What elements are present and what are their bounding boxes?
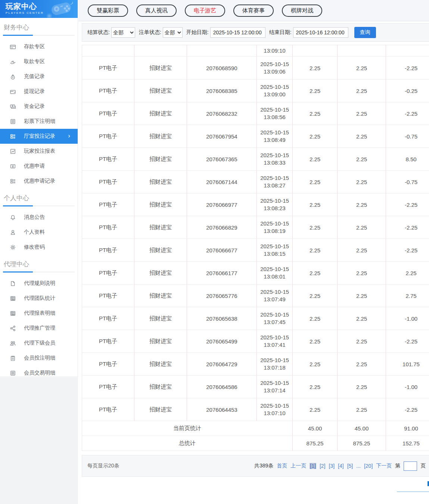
sidebar-item[interactable]: 个人资料 bbox=[0, 225, 78, 240]
order-cell: 2076064729 bbox=[187, 353, 257, 376]
tab-棋牌对战[interactable]: 棋牌对战 bbox=[282, 4, 322, 17]
sidebar-item-label: 代理规则说明 bbox=[24, 280, 55, 287]
sidebar-item-label: 厅室投注记录 bbox=[24, 133, 55, 140]
game-cell: 招财进宝 bbox=[134, 307, 187, 330]
prev-page-link[interactable]: 上一页 bbox=[290, 463, 306, 469]
promo-record-list-icon bbox=[9, 178, 16, 184]
end-date-input[interactable] bbox=[293, 27, 348, 38]
sidebar-item-label: 代理报表明细 bbox=[24, 310, 55, 317]
table-row: PT电子招财进宝20760671442025-10-1513:08:272.25… bbox=[82, 171, 429, 193]
sidebar-item[interactable]: 优惠申请 bbox=[0, 159, 78, 174]
floating-widget-fragment-chip bbox=[428, 481, 429, 486]
game-cell: 招财进宝 bbox=[134, 330, 187, 353]
table-row: PT电子招财进宝20760679542025-10-1513:08:492.25… bbox=[82, 125, 429, 148]
page-link[interactable]: [5] bbox=[347, 463, 353, 469]
sidebar-item[interactable]: 代理报表明细 bbox=[0, 306, 78, 321]
result-cell: 101.75 bbox=[386, 353, 429, 376]
game-cell: 招财进宝 bbox=[134, 193, 187, 216]
valid-cell: 2.25 bbox=[338, 102, 386, 125]
main-content: 雙赢彩票真人视讯电子游艺体育赛事棋牌对战 结算状态: 全部 注单状态: 全部 开… bbox=[78, 0, 429, 504]
platform-cell: PT电子 bbox=[82, 148, 134, 171]
order-cell: 2076068590 bbox=[187, 57, 257, 80]
page-link[interactable]: [3] bbox=[329, 463, 335, 469]
tab-体育赛事[interactable]: 体育赛事 bbox=[233, 4, 274, 17]
platform-cell: PT电子 bbox=[82, 125, 134, 148]
summary-row: 当前页统计45.0045.0091.00 bbox=[82, 421, 429, 436]
order-cell bbox=[187, 45, 257, 57]
sidebar-item[interactable]: 取款专区 bbox=[0, 54, 78, 69]
table-row: PT电子招财进宝20760669772025-10-1513:08:232.25… bbox=[82, 193, 429, 216]
page-link-current[interactable]: [1] bbox=[310, 463, 316, 469]
sidebar-item[interactable]: 提现记录 bbox=[0, 84, 78, 99]
search-button[interactable]: 查询 bbox=[354, 27, 376, 38]
sidebar-item[interactable]: 代理下级会员 bbox=[0, 336, 78, 351]
order-cell: 2076068232 bbox=[187, 102, 257, 125]
datetime-cell: 2025-10-1513:07:10 bbox=[257, 398, 293, 421]
order-cell: 2076067954 bbox=[187, 125, 257, 148]
sidebar-item[interactable]: 资金记录 bbox=[0, 99, 78, 114]
chevron-right-icon: › bbox=[68, 133, 70, 139]
valid-cell: 2.25 bbox=[338, 262, 386, 284]
sidebar-item[interactable]: 厅室投注记录› bbox=[0, 129, 78, 144]
platform-cell: PT电子 bbox=[82, 284, 134, 307]
sidebar-item[interactable]: 代理团队统计 bbox=[0, 291, 78, 306]
order-status-select[interactable]: 全部 bbox=[163, 27, 183, 38]
table-row: PT电子招财进宝20760645862025-10-1513:07:142.25… bbox=[82, 376, 429, 398]
page-link[interactable]: [20] bbox=[364, 463, 373, 469]
valid-cell bbox=[338, 45, 386, 57]
table-row: PT电子招财进宝20760644532025-10-1513:07:102.25… bbox=[82, 398, 429, 421]
sidebar-item[interactable]: 会员投注明细 bbox=[0, 351, 78, 365]
money-bag-icon bbox=[9, 73, 16, 80]
game-cell bbox=[134, 45, 187, 57]
order-cell: 2076066977 bbox=[187, 193, 257, 216]
datetime-cell: 13:09:10 bbox=[257, 45, 293, 57]
valid-cell: 2.25 bbox=[338, 307, 386, 330]
bet-records-table: 13:09:10PT电子招财进宝20760685902025-10-1513:0… bbox=[82, 45, 429, 451]
valid-cell: 2.25 bbox=[338, 193, 386, 216]
tab-真人视讯[interactable]: 真人视讯 bbox=[136, 4, 177, 17]
sidebar-item[interactable]: 充值记录 bbox=[0, 69, 78, 84]
sidebar-item[interactable]: 修改密码 bbox=[0, 240, 78, 255]
page-link[interactable]: [2] bbox=[320, 463, 326, 469]
bet-cell: 2.25 bbox=[293, 102, 338, 125]
valid-cell: 2.25 bbox=[338, 57, 386, 80]
order-cell: 2076064453 bbox=[187, 398, 257, 421]
sidebar-item[interactable]: 彩票下注明细 bbox=[0, 114, 78, 129]
wallet-icon bbox=[9, 88, 16, 95]
bet-cell: 2.25 bbox=[293, 216, 338, 239]
sidebar-item[interactable]: 优惠申请记录 bbox=[0, 174, 78, 189]
datetime-cell: 2025-10-1513:08:49 bbox=[257, 125, 293, 148]
table-row: PT电子招财进宝20760656382025-10-1513:07:452.25… bbox=[82, 307, 429, 330]
table-row: PT电子招财进宝20760682322025-10-1513:08:562.25… bbox=[82, 102, 429, 125]
sidebar-section-title: 个人中心 bbox=[3, 194, 75, 206]
clipboard-icon bbox=[9, 355, 16, 361]
page-link[interactable]: [4] bbox=[338, 463, 344, 469]
sidebar-item[interactable]: 玩家投注报表 bbox=[0, 144, 78, 159]
result-cell: 8.50 bbox=[386, 148, 429, 171]
bet-cell: 2.25 bbox=[293, 330, 338, 353]
sidebar-item-label: 代理下级会员 bbox=[24, 340, 55, 346]
sidebar-item[interactable]: 代理推广管理 bbox=[0, 321, 78, 336]
sidebar-item[interactable]: 存款专区 bbox=[0, 39, 78, 54]
page: 玩家中心 PLAYERS CENTER 财务中心存款专区取款专区充值记录提现 bbox=[0, 0, 429, 504]
result-cell: -2.25 bbox=[386, 102, 429, 125]
pagination-panel: 每页显示20条 共389条 首页 上一页 [1][2][3][4][5]...[… bbox=[82, 455, 429, 477]
news-stats-icon bbox=[9, 295, 16, 302]
sidebar-item[interactable]: 代理规则说明 bbox=[0, 276, 78, 291]
next-page-link[interactable]: 下一页 bbox=[376, 463, 392, 469]
start-date-input[interactable] bbox=[210, 27, 265, 38]
game-category-tabbar: 雙赢彩票真人视讯电子游艺体育赛事棋牌对战 bbox=[78, 0, 429, 21]
game-cell: 招财进宝 bbox=[134, 353, 187, 376]
tab-电子游艺[interactable]: 电子游艺 bbox=[185, 4, 225, 17]
sidebar-item[interactable]: 消息公告 bbox=[0, 210, 78, 225]
valid-cell: 2.25 bbox=[338, 330, 386, 353]
people-icon bbox=[9, 340, 16, 346]
platform-cell: PT电子 bbox=[82, 171, 134, 193]
first-page-link[interactable]: 首页 bbox=[277, 463, 287, 469]
sidebar-section: 个人中心消息公告个人资料修改密码 bbox=[0, 194, 78, 255]
order-cell: 2076066829 bbox=[187, 216, 257, 239]
settle-status-select[interactable]: 全部 bbox=[111, 27, 135, 38]
sidebar-item-label: 修改密码 bbox=[24, 244, 45, 251]
jump-page-input[interactable] bbox=[404, 461, 417, 471]
tab-雙赢彩票[interactable]: 雙赢彩票 bbox=[88, 4, 128, 17]
